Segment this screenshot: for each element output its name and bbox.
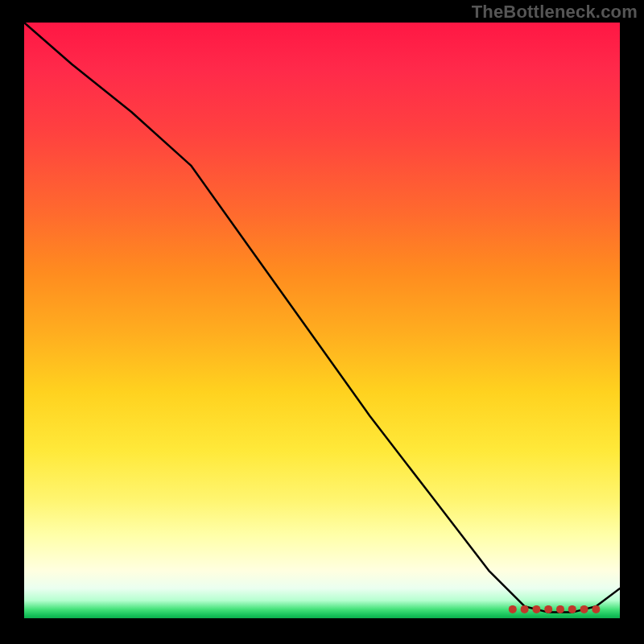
curve-path bbox=[24, 23, 620, 613]
watermark-text: TheBottleneck.com bbox=[472, 2, 638, 23]
bottom-marker bbox=[509, 605, 517, 613]
plot-area bbox=[24, 23, 620, 618]
bottom-marker bbox=[544, 605, 552, 613]
bottom-marker bbox=[532, 605, 540, 613]
bottom-marker bbox=[568, 605, 576, 613]
bottom-marker bbox=[556, 605, 564, 613]
bottom-marker bbox=[592, 605, 600, 613]
bottom-marker bbox=[521, 605, 529, 613]
chart-svg bbox=[24, 23, 620, 618]
chart-container: TheBottleneck.com bbox=[0, 0, 644, 644]
bottom-marker bbox=[580, 605, 588, 613]
